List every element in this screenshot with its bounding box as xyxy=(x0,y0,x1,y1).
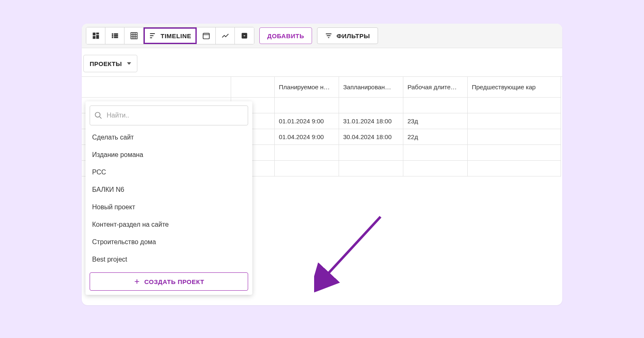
annotation-arrow xyxy=(314,211,397,302)
search-wrap xyxy=(90,105,248,125)
project-list: Сделать сайт Издание романа РСС БАЛКИ N6… xyxy=(90,129,248,268)
timeline-icon xyxy=(149,32,157,40)
view-list-button[interactable] xyxy=(105,27,124,44)
add-button[interactable]: ДОБАВИТЬ xyxy=(259,27,312,44)
filters-label: ФИЛЬТРЫ xyxy=(337,32,370,39)
cell-pred xyxy=(468,129,561,145)
view-archive-button[interactable] xyxy=(235,27,254,44)
list-icon xyxy=(111,32,119,40)
projects-dropdown-button[interactable]: ПРОЕКТЫ xyxy=(83,55,137,72)
col-planned-start: Планируемое н… xyxy=(275,77,339,98)
svg-rect-1 xyxy=(203,33,209,39)
chart-icon xyxy=(221,32,229,40)
project-item[interactable]: БАЛКИ N6 xyxy=(90,181,248,198)
content-area: ПРОЕКТЫ Планируемое н… Запланирован… Раб… xyxy=(82,48,562,176)
grid-icon xyxy=(130,32,138,40)
archive-icon xyxy=(240,32,249,40)
cell-duration: 22д xyxy=(403,129,468,145)
projects-label: ПРОЕКТЫ xyxy=(90,60,122,67)
svg-line-4 xyxy=(326,217,381,276)
col-planned-end: Запланирован… xyxy=(339,77,403,98)
app-window: TIMELINE ДОБАВИТЬ xyxy=(82,24,562,305)
cell-pred xyxy=(468,113,561,129)
add-label: ДОБАВИТЬ xyxy=(267,32,304,39)
create-project-button[interactable]: СОЗДАТЬ ПРОЕКТ xyxy=(90,272,248,291)
col-id xyxy=(231,77,275,98)
search-icon xyxy=(94,111,102,120)
col-predecessors: Предшествующие кар xyxy=(468,77,561,98)
project-item[interactable]: Строительство дома xyxy=(90,233,248,251)
timeline-label: TIMELINE xyxy=(161,32,191,39)
projects-dropdown-menu: Сделать сайт Издание романа РСС БАЛКИ N6… xyxy=(85,101,252,295)
view-timeline-button[interactable]: TIMELINE xyxy=(144,27,197,44)
project-item[interactable]: Сделать сайт xyxy=(90,129,248,146)
cell-duration: 23д xyxy=(403,113,468,129)
cell-start: 01.01.2024 9:00 xyxy=(275,113,339,129)
col-duration: Рабочая длите… xyxy=(403,77,468,98)
view-kanban-button[interactable] xyxy=(86,27,105,44)
filters-button[interactable]: ФИЛЬТРЫ xyxy=(317,27,378,44)
project-item[interactable]: Новый проект xyxy=(90,198,248,216)
dashboard-icon xyxy=(92,32,100,40)
toolbar: TIMELINE ДОБАВИТЬ xyxy=(82,24,562,48)
calendar-icon xyxy=(202,32,210,40)
svg-point-3 xyxy=(95,113,100,118)
search-input[interactable] xyxy=(107,112,244,119)
project-item[interactable]: Издание романа xyxy=(90,146,248,164)
create-project-label: СОЗДАТЬ ПРОЕКТ xyxy=(144,278,204,285)
col-name xyxy=(82,77,231,98)
table-header: Планируемое н… Запланирован… Рабочая дли… xyxy=(82,77,562,98)
filter-icon xyxy=(325,32,332,39)
view-switcher: TIMELINE xyxy=(86,27,254,44)
chevron-down-icon xyxy=(127,62,131,65)
svg-rect-0 xyxy=(131,33,137,39)
cell-start: 01.04.2024 9:00 xyxy=(275,129,339,145)
project-item[interactable]: Best project xyxy=(90,251,248,268)
plus-icon xyxy=(134,278,140,285)
view-calendar-button[interactable] xyxy=(197,27,216,44)
view-chart-button[interactable] xyxy=(216,27,235,44)
cell-end: 31.01.2024 18:00 xyxy=(339,113,403,129)
view-grid-button[interactable] xyxy=(124,27,144,44)
project-item[interactable]: Контент-раздел на сайте xyxy=(90,216,248,233)
project-item[interactable]: РСС xyxy=(90,164,248,181)
cell-end: 30.04.2024 18:00 xyxy=(339,129,403,145)
